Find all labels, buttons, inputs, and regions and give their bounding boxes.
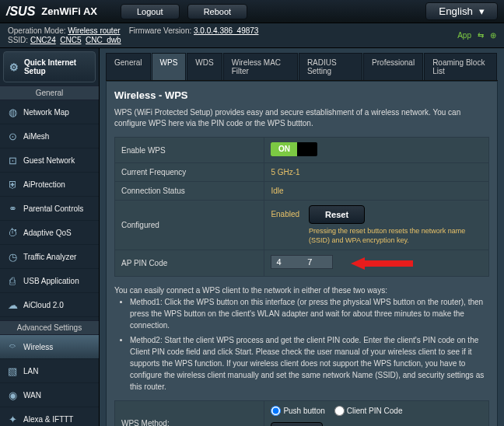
sidebar-item-guest-network[interactable]: ⊡Guest Network bbox=[0, 148, 99, 173]
methods-intro: You can easily connect a WPS client to t… bbox=[114, 285, 489, 296]
frequency-label: Current Frequency bbox=[115, 163, 264, 182]
sidebar-item-network-map[interactable]: ◍Network Map bbox=[0, 100, 99, 124]
info-bar: Operation Mode: Wireless router Firmware… bbox=[0, 23, 504, 48]
sidebar-item-adaptive-qos[interactable]: ⏱Adaptive QoS bbox=[0, 221, 99, 245]
tab-wds[interactable]: WDS bbox=[187, 53, 222, 80]
nav-icon: ◍ bbox=[6, 106, 19, 118]
nav-label: Adaptive QoS bbox=[23, 229, 72, 237]
nav-label: LAN bbox=[23, 367, 38, 375]
quick-internet-setup[interactable]: ⚙ Quick Internet Setup bbox=[3, 51, 96, 82]
fw-link[interactable]: 3.0.0.4.386_49873 bbox=[194, 26, 258, 35]
app-link[interactable]: App bbox=[457, 31, 471, 40]
nav-label: USB Application bbox=[23, 277, 79, 285]
sidebar-item-alexa-ifttt[interactable]: ✦Alexa & IFTTT bbox=[0, 407, 99, 426]
push-button-radio[interactable]: Push button bbox=[271, 406, 324, 416]
client-pin-label: Client PIN Code bbox=[347, 407, 403, 415]
nav-label: WAN bbox=[23, 391, 41, 400]
tab-professional[interactable]: Professional bbox=[363, 53, 423, 80]
page-title: Wireless - WPS bbox=[114, 89, 489, 101]
tab-wps[interactable]: WPS bbox=[152, 53, 187, 80]
reset-hint: Pressing the reset button resets the net… bbox=[309, 227, 482, 245]
enable-wps-toggle[interactable]: ON bbox=[271, 142, 317, 156]
start-button[interactable]: Start bbox=[271, 422, 323, 426]
ssid-link-3[interactable]: CNC_dwb bbox=[86, 36, 121, 44]
nav-icon: ✦ bbox=[6, 413, 19, 425]
enable-wps-label: Enable WPS bbox=[115, 138, 264, 163]
op-mode-label: Operation Mode: bbox=[8, 26, 66, 35]
ssid-link-2[interactable]: CNC5 bbox=[60, 36, 81, 44]
configured-label: Configured bbox=[115, 201, 264, 250]
nav-icon: ⊙ bbox=[6, 130, 19, 142]
fw-label: Firmware Version: bbox=[129, 26, 192, 35]
logout-button[interactable]: Logout bbox=[121, 4, 180, 19]
advanced-section-header: Advanced Settings bbox=[0, 320, 99, 335]
sidebar-item-aicloud-2.0[interactable]: ☁AiCloud 2.0 bbox=[0, 293, 99, 317]
sidebar: ⚙ Quick Internet Setup General ◍Network … bbox=[0, 48, 100, 426]
nav-icon: ☁ bbox=[6, 299, 19, 311]
pin-code-input[interactable] bbox=[271, 255, 333, 269]
nav-label: Wireless bbox=[23, 343, 53, 351]
nav-icon: ▧ bbox=[6, 365, 19, 377]
frequency-value: 5 GHz-1 bbox=[271, 168, 299, 176]
nav-icon: ⚭ bbox=[6, 202, 19, 215]
nav-icon: ⌔ bbox=[6, 340, 19, 353]
wps-method-label: WPS Method: bbox=[115, 400, 264, 426]
method1-text: Method1: Click the WPS button on this in… bbox=[130, 296, 489, 331]
nav-icon: ◷ bbox=[6, 250, 19, 263]
client-pin-radio[interactable]: Client PIN Code bbox=[334, 406, 403, 416]
nav-label: AiProtection bbox=[23, 180, 65, 189]
tab-general[interactable]: General bbox=[106, 53, 151, 80]
nav-label: Alexa & IFTTT bbox=[23, 415, 73, 424]
configured-value: Enabled bbox=[271, 205, 299, 218]
method2-text: Method2: Start the client WPS process an… bbox=[130, 334, 489, 393]
sidebar-item-aimesh[interactable]: ⊙AiMesh bbox=[0, 124, 99, 148]
op-mode-link[interactable]: Wireless router bbox=[68, 26, 120, 35]
ssid-label: SSID: bbox=[8, 36, 28, 44]
tab-roaming-block-list[interactable]: Roaming Block List bbox=[424, 53, 497, 80]
sidebar-item-traffic-analyzer[interactable]: ◷Traffic Analyzer bbox=[0, 245, 99, 269]
connection-status-value: Idle bbox=[271, 187, 283, 195]
ssid-link-1[interactable]: CNC24 bbox=[30, 36, 56, 44]
nav-label: Traffic Analyzer bbox=[23, 253, 76, 261]
qis-label: Quick Internet Setup bbox=[24, 58, 90, 75]
nav-label: Guest Network bbox=[23, 156, 75, 165]
toggle-on-label: ON bbox=[271, 142, 297, 156]
product-name: ZenWiFi AX bbox=[41, 5, 97, 17]
nav-icon: ⏱ bbox=[6, 226, 19, 239]
nav-icon: ⛨ bbox=[6, 178, 19, 190]
language-label: English bbox=[439, 5, 473, 17]
nav-icon: ⎙ bbox=[6, 274, 19, 287]
sidebar-item-aiprotection[interactable]: ⛨AiProtection bbox=[0, 173, 99, 197]
nav-label: Parental Controls bbox=[23, 204, 83, 213]
arrow-annotation-icon bbox=[351, 256, 413, 271]
language-dropdown[interactable]: English ▾ bbox=[425, 2, 498, 20]
gear-icon: ⚙ bbox=[9, 61, 19, 73]
nav-label: AiCloud 2.0 bbox=[23, 301, 64, 309]
sidebar-item-wireless[interactable]: ⌔Wireless bbox=[0, 335, 99, 359]
nav-icon: ⊡ bbox=[6, 154, 19, 166]
nav-label: Network Map bbox=[23, 108, 69, 117]
nav-icon: ◉ bbox=[6, 389, 19, 401]
brand-logo: /SUS bbox=[6, 5, 35, 19]
chevron-down-icon: ▾ bbox=[479, 5, 485, 17]
pin-code-label: AP PIN Code bbox=[115, 250, 264, 276]
push-button-label: Push button bbox=[283, 407, 324, 415]
usb-icon[interactable]: ⇆ bbox=[478, 31, 484, 40]
general-section-header: General bbox=[0, 86, 99, 100]
internet-icon[interactable]: ⊕ bbox=[490, 31, 496, 40]
sidebar-item-usb-application[interactable]: ⎙USB Application bbox=[0, 269, 99, 293]
tab-wireless-mac-filter[interactable]: Wireless MAC Filter bbox=[223, 53, 298, 80]
sidebar-item-wan[interactable]: ◉WAN bbox=[0, 383, 99, 407]
svg-marker-0 bbox=[351, 257, 413, 270]
connection-status-label: Connection Status bbox=[115, 182, 264, 201]
wps-intro: WPS (WiFi Protected Setup) provides easy… bbox=[114, 107, 489, 129]
sidebar-item-parental-controls[interactable]: ⚭Parental Controls bbox=[0, 197, 99, 221]
tab-radius-setting[interactable]: RADIUS Setting bbox=[299, 53, 362, 80]
reset-button[interactable]: Reset bbox=[309, 205, 365, 224]
sidebar-item-lan[interactable]: ▧LAN bbox=[0, 359, 99, 383]
reboot-button[interactable]: Reboot bbox=[187, 4, 247, 19]
nav-label: AiMesh bbox=[23, 132, 49, 141]
client-pin-radio-input[interactable] bbox=[334, 406, 345, 416]
push-button-radio-input[interactable] bbox=[271, 406, 281, 416]
